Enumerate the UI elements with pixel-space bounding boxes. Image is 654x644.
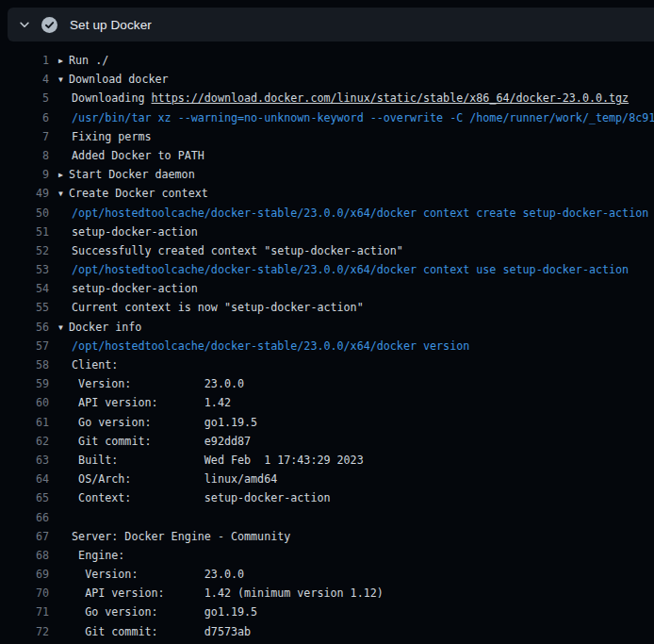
step-title: Set up Docker [70, 18, 152, 32]
log-command-text: /opt/hostedtoolcache/docker-stable/23.0.… [58, 263, 629, 276]
group-expanded-arrow-icon[interactable]: ▼ [58, 71, 69, 89]
line-number[interactable]: 59 [0, 374, 49, 393]
log-command-text: /usr/bin/tar xz --warning=no-unknown-key… [58, 111, 654, 124]
line-number[interactable]: 49 [0, 184, 49, 203]
log-text: Git commit: d7573ab [58, 625, 251, 638]
line-number[interactable]: 62 [0, 432, 49, 451]
log-line: 1▶Run ./ [0, 51, 654, 70]
log-text: Successfully created context "setup-dock… [58, 244, 403, 257]
line-number[interactable]: 55 [0, 298, 49, 317]
line-number[interactable]: 58 [0, 355, 49, 374]
line-number[interactable]: 71 [0, 603, 49, 621]
group-label[interactable]: Download docker [69, 73, 169, 86]
log-line-content: OS/Arch: linux/amd64 [58, 470, 277, 488]
line-number[interactable]: 6 [0, 108, 49, 127]
line-number[interactable]: 69 [0, 565, 49, 584]
log-line: 53 /opt/hostedtoolcache/docker-stable/23… [0, 260, 654, 279]
log-line: 54 setup-docker-action [0, 279, 654, 298]
log-line-content: Version: 23.0.0 [58, 565, 244, 584]
line-number[interactable]: 66 [0, 508, 49, 527]
log-line-content: Client: [58, 355, 118, 374]
line-number[interactable]: 67 [0, 527, 49, 546]
log-line-content: API version: 1.42 (minimum version 1.12) [58, 584, 384, 603]
line-number[interactable]: 50 [0, 204, 49, 223]
line-number[interactable]: 60 [0, 393, 49, 412]
line-number[interactable]: 8 [0, 146, 49, 165]
log-text: Client: [58, 358, 118, 372]
log-line: 67 Server: Docker Engine - Community [0, 527, 654, 546]
group-collapsed-arrow-icon[interactable]: ▶ [58, 52, 69, 70]
line-number[interactable]: 51 [0, 223, 49, 241]
line-number[interactable]: 54 [0, 279, 49, 298]
log-line-content: Go version: go1.19.5 [58, 603, 257, 621]
line-number[interactable]: 64 [0, 470, 49, 488]
line-number[interactable]: 9 [0, 165, 49, 184]
line-number[interactable]: 5 [0, 89, 49, 107]
log-line: 8 Added Docker to PATH [0, 146, 654, 165]
log-line-content: ▼Download docker [58, 70, 169, 89]
group-collapsed-arrow-icon[interactable]: ▶ [58, 166, 69, 184]
log-line: 51 setup-docker-action [0, 223, 654, 241]
log-area: 1▶Run ./4▼Download docker5 Downloading h… [0, 41, 654, 644]
log-text: Go version: go1.19.5 [58, 605, 257, 619]
line-number[interactable]: 1 [0, 51, 49, 70]
line-number[interactable]: 53 [0, 260, 49, 279]
log-link[interactable]: https://download.docker.com/linux/static… [152, 91, 629, 105]
line-number[interactable]: 52 [0, 241, 49, 260]
log-text: Added Docker to PATH [58, 149, 204, 162]
log-line-content: Built: Wed Feb 1 17:43:29 2023 [58, 451, 364, 470]
check-circle-icon [41, 17, 57, 33]
log-line: 59 Version: 23.0.0 [0, 374, 654, 393]
line-number[interactable]: 4 [0, 70, 49, 89]
log-line: 56▼Docker info [0, 318, 654, 337]
log-text: Version: 23.0.0 [58, 568, 244, 581]
log-line-content: ▶Start Docker daemon [58, 165, 195, 184]
line-number[interactable]: 7 [0, 127, 49, 146]
log-line-content: ▶Run ./ [58, 51, 108, 70]
line-number[interactable]: 72 [0, 622, 49, 641]
log-line: 71 Go version: go1.19.5 [0, 603, 654, 621]
log-text: setup-docker-action [58, 282, 198, 295]
log-line: 55 Current context is now "setup-docker-… [0, 298, 654, 317]
log-text: Current context is now "setup-docker-act… [58, 301, 364, 314]
log-line-content: ▼Create Docker context [58, 184, 208, 203]
log-line: 69 Version: 23.0.0 [0, 565, 654, 584]
line-number[interactable]: 57 [0, 337, 49, 355]
log-text: Go version: go1.19.5 [58, 416, 257, 429]
group-label[interactable]: Create Docker context [69, 187, 208, 200]
group-label[interactable]: Start Docker daemon [69, 168, 195, 181]
group-label[interactable]: Run ./ [69, 54, 108, 67]
log-line: 60 API version: 1.42 [0, 393, 654, 412]
log-line-content: Fixing perms [58, 127, 152, 146]
step-header[interactable]: Set up Docker [8, 8, 654, 41]
log-line-content: /usr/bin/tar xz --warning=no-unknown-key… [58, 108, 654, 127]
line-number[interactable]: 61 [0, 413, 49, 432]
log-line: 72 Git commit: d7573ab [0, 622, 654, 641]
log-line: 58 Client: [0, 355, 654, 374]
chevron-down-icon[interactable] [17, 18, 31, 32]
log-text: Fixing perms [58, 130, 152, 143]
log-text: setup-docker-action [58, 225, 198, 239]
line-number[interactable]: 70 [0, 584, 49, 603]
line-number[interactable]: 65 [0, 488, 49, 507]
line-number[interactable]: 56 [0, 318, 49, 337]
log-line-content: Successfully created context "setup-dock… [58, 241, 403, 260]
log-line-content: Downloading https://download.docker.com/… [58, 89, 629, 107]
group-expanded-arrow-icon[interactable]: ▼ [58, 319, 69, 337]
log-line: 52 Successfully created context "setup-d… [0, 241, 654, 260]
log-line: 64 OS/Arch: linux/amd64 [0, 470, 654, 488]
log-text: Context: setup-docker-action [58, 491, 331, 504]
group-label[interactable]: Docker info [69, 321, 141, 334]
log-line: 5 Downloading https://download.docker.co… [0, 89, 654, 107]
log-text: Git commit: e92dd87 [58, 435, 251, 448]
log-line: 50 /opt/hostedtoolcache/docker-stable/23… [0, 204, 654, 223]
log-text: Version: 23.0.0 [58, 377, 244, 390]
line-number[interactable]: 63 [0, 451, 49, 470]
line-number[interactable]: 68 [0, 546, 49, 565]
log-line: 70 API version: 1.42 (minimum version 1.… [0, 584, 654, 603]
group-expanded-arrow-icon[interactable]: ▼ [58, 185, 69, 203]
log-line: 68 Engine: [0, 546, 654, 565]
log-text: Downloading [58, 91, 152, 105]
log-line: 63 Built: Wed Feb 1 17:43:29 2023 [0, 451, 654, 470]
log-line-content: ▼Docker info [58, 318, 141, 337]
